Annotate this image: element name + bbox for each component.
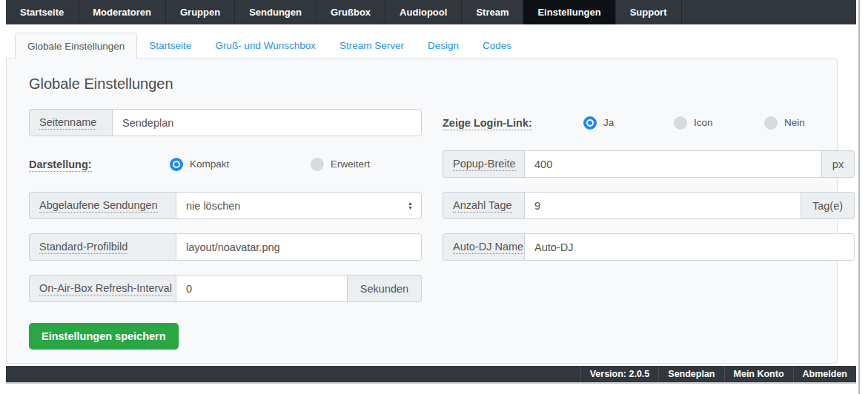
settings-tabs: Globale Einstellungen Startseite Gruß- u… xyxy=(6,33,856,59)
abgelaufene-sendungen-select[interactable]: nie löschen xyxy=(176,192,422,219)
nav-item-audiopool[interactable]: Audiopool xyxy=(385,0,462,24)
bottombar-sendeplan-link[interactable]: Sendeplan xyxy=(658,366,723,382)
popup-breite-input[interactable] xyxy=(524,150,822,178)
field-standard-profilbild: Standard-Profilbild xyxy=(29,233,422,261)
abgelaufene-sendungen-label: Abgelaufene Sendungen xyxy=(29,192,176,219)
bottom-status-bar: Version: 2.0.5 Sendeplan Mein Konto Abme… xyxy=(6,366,856,384)
settings-form: Seitenname Zeige Login-Link: Ja Icon xyxy=(29,109,815,357)
standard-profilbild-label: Standard-Profilbild xyxy=(29,233,176,261)
onair-refresh-interval-unit: Sekunden xyxy=(348,275,422,302)
darstellung-label: Darstellung: xyxy=(29,158,170,170)
onair-refresh-interval-input[interactable] xyxy=(176,275,348,302)
popup-breite-unit: px xyxy=(822,150,855,178)
radio-darstellung-erweitert[interactable]: Erweitert xyxy=(311,158,451,171)
window-right-edge xyxy=(858,0,860,394)
nav-item-startseite[interactable]: Startseite xyxy=(6,0,79,24)
tab-globale-einstellungen[interactable]: Globale Einstellungen xyxy=(15,33,137,59)
radio-login-link-nein[interactable]: Nein xyxy=(764,116,855,130)
version-label: Version: 2.0.5 xyxy=(580,366,659,382)
abgelaufene-sendungen-select-wrap: nie löschen ▲▼ xyxy=(176,192,422,219)
auto-dj-name-label: Auto-DJ Name xyxy=(443,233,524,261)
top-navbar: Startseite Moderatoren Gruppen Sendungen… xyxy=(6,0,856,24)
nav-item-moderatoren[interactable]: Moderatoren xyxy=(79,0,166,24)
radio-login-link-ja[interactable]: Ja xyxy=(583,116,674,130)
radio-unselected-icon xyxy=(674,116,687,130)
bottombar-abmelden-link[interactable]: Abmelden xyxy=(793,366,856,382)
field-zeige-login-link: Zeige Login-Link: Ja Icon Nein xyxy=(443,109,855,136)
seitenname-input[interactable] xyxy=(112,109,422,136)
anzahl-tage-unit: Tag(e) xyxy=(801,192,855,219)
radio-unselected-icon xyxy=(764,116,778,130)
nav-item-stream[interactable]: Stream xyxy=(462,0,523,24)
field-auto-dj-name: Auto-DJ Name xyxy=(443,233,855,261)
radio-unselected-icon xyxy=(311,158,324,171)
field-seitenname: Seitenname xyxy=(29,109,422,136)
anzahl-tage-label: Anzahl Tage xyxy=(443,192,524,219)
save-settings-button[interactable]: Einstellungen speichern xyxy=(29,323,179,350)
field-anzahl-tage: Anzahl Tage Tag(e) xyxy=(443,192,855,219)
page-container: Startseite Moderatoren Gruppen Sendungen… xyxy=(6,0,856,384)
page-title: Globale Einstellungen xyxy=(29,76,815,93)
nav-item-support[interactable]: Support xyxy=(616,0,682,24)
anzahl-tage-input[interactable] xyxy=(524,192,801,219)
bottombar-mein-konto-link[interactable]: Mein Konto xyxy=(724,366,793,382)
field-abgelaufene-sendungen: Abgelaufene Sendungen nie löschen ▲▼ xyxy=(29,192,422,219)
auto-dj-name-input[interactable] xyxy=(524,233,855,261)
tab-codes[interactable]: Codes xyxy=(471,33,523,59)
tab-stream-server[interactable]: Stream Server xyxy=(328,33,416,59)
onair-refresh-interval-label: On-Air-Box Refresh-Interval xyxy=(29,275,176,302)
radio-selected-icon xyxy=(170,158,183,171)
radio-selected-icon xyxy=(583,116,597,130)
radio-darstellung-kompakt[interactable]: Kompakt xyxy=(170,158,311,171)
settings-panel: Globale Einstellungen Seitenname Zeige L… xyxy=(6,59,838,364)
zeige-login-link-label: Zeige Login-Link: xyxy=(443,117,583,129)
radio-login-link-icon[interactable]: Icon xyxy=(674,116,764,130)
nav-item-gruppen[interactable]: Gruppen xyxy=(166,0,235,24)
nav-item-sendungen[interactable]: Sendungen xyxy=(235,0,317,24)
standard-profilbild-input[interactable] xyxy=(176,233,422,261)
field-darstellung: Darstellung: Kompakt Erweitert xyxy=(29,150,422,178)
nav-item-einstellungen[interactable]: Einstellungen xyxy=(523,0,615,24)
field-popup-breite: Popup-Breite px xyxy=(443,150,855,178)
popup-breite-label: Popup-Breite xyxy=(443,150,524,178)
tab-startseite[interactable]: Startseite xyxy=(137,33,203,59)
tab-design[interactable]: Design xyxy=(416,33,471,59)
seitenname-label: Seitenname xyxy=(29,109,112,136)
tab-gruss-und-wunschbox[interactable]: Gruß- und Wunschbox xyxy=(203,33,328,59)
nav-item-grussbox[interactable]: Grußbox xyxy=(317,0,385,24)
field-onair-refresh-interval: On-Air-Box Refresh-Interval Sekunden xyxy=(29,275,422,302)
